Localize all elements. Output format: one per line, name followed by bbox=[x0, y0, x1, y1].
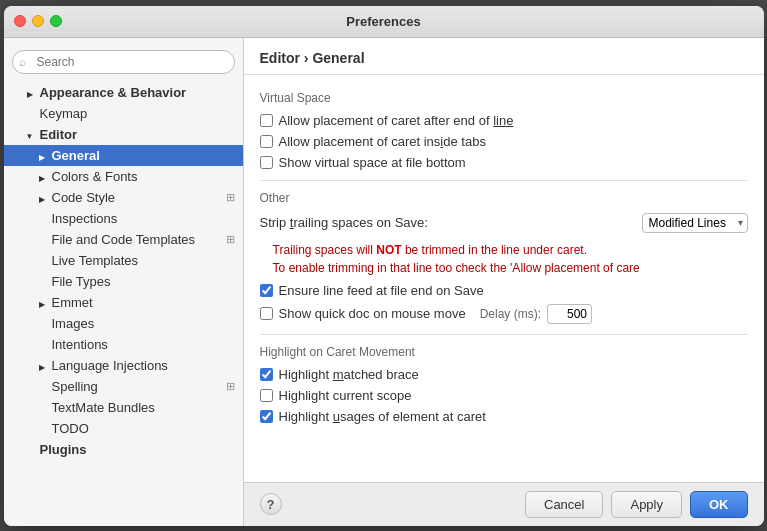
main-body: Virtual Space Allow placement of caret a… bbox=[244, 75, 764, 482]
sidebar-item-label: Inspections bbox=[52, 211, 118, 226]
checkbox-usages[interactable] bbox=[260, 410, 273, 423]
strip-label: Strip trailing spaces on Save: bbox=[260, 215, 428, 230]
arrow-right-icon bbox=[36, 191, 48, 203]
sidebar-item-label: Colors & Fonts bbox=[52, 169, 138, 184]
sidebar-item-colors-fonts[interactable]: Colors & Fonts bbox=[4, 166, 243, 187]
main-header: Editor › General bbox=[244, 38, 764, 75]
sidebar-item-label: Live Templates bbox=[52, 253, 138, 268]
sidebar-item-code-style[interactable]: Code Style ⊞ bbox=[4, 187, 243, 208]
ensure-feed-label: Ensure line feed at file end on Save bbox=[279, 283, 484, 298]
main-content: Editor › General Virtual Space Allow pla… bbox=[244, 38, 764, 526]
virtual-space-label: Virtual Space bbox=[260, 91, 748, 105]
arrow-right-icon bbox=[36, 296, 48, 308]
sidebar-item-label: General bbox=[52, 148, 100, 163]
checkbox-row-virtual-space: Show virtual space at file bottom bbox=[260, 155, 748, 170]
spacer bbox=[36, 338, 48, 350]
sidebar-item-inspections[interactable]: Inspections bbox=[4, 208, 243, 229]
checkbox-caret-end[interactable] bbox=[260, 114, 273, 127]
sidebar-item-label: File and Code Templates bbox=[52, 232, 196, 247]
spacer bbox=[36, 422, 48, 434]
sidebar-item-general[interactable]: General bbox=[4, 145, 243, 166]
page-icon: ⊞ bbox=[226, 380, 235, 393]
sidebar: ⌕ Appearance & Behavior Keymap Editor bbox=[4, 38, 244, 526]
help-icon: ? bbox=[267, 497, 275, 512]
arrow-right-icon bbox=[36, 170, 48, 182]
caret-tabs-label: Allow placement of caret inside tabs bbox=[279, 134, 486, 149]
cancel-button[interactable]: Cancel bbox=[525, 491, 603, 518]
checkbox-quick-doc[interactable] bbox=[260, 307, 273, 320]
spacer bbox=[36, 401, 48, 413]
breadcrumb: Editor › General bbox=[260, 50, 365, 66]
checkbox-virtual-space[interactable] bbox=[260, 156, 273, 169]
sidebar-item-label: Images bbox=[52, 316, 95, 331]
checkbox-row-caret-end: Allow placement of caret after end of li… bbox=[260, 113, 748, 128]
sidebar-item-intentions[interactable]: Intentions bbox=[4, 334, 243, 355]
sidebar-item-label: Emmet bbox=[52, 295, 93, 310]
checkbox-ensure-feed[interactable] bbox=[260, 284, 273, 297]
usages-label: Highlight usages of element at caret bbox=[279, 409, 486, 424]
sidebar-item-label: Language Injections bbox=[52, 358, 168, 373]
spacer bbox=[24, 443, 36, 455]
sidebar-item-label: TextMate Bundles bbox=[52, 400, 155, 415]
checkbox-row-ensure-feed: Ensure line feed at file end on Save bbox=[260, 283, 748, 298]
divider bbox=[260, 180, 748, 181]
highlight-label: Highlight on Caret Movement bbox=[260, 345, 748, 359]
spacer bbox=[36, 233, 48, 245]
sidebar-item-keymap[interactable]: Keymap bbox=[4, 103, 243, 124]
sidebar-item-label: TODO bbox=[52, 421, 89, 436]
divider-2 bbox=[260, 334, 748, 335]
spacer bbox=[36, 380, 48, 392]
help-button[interactable]: ? bbox=[260, 493, 282, 515]
strip-select-wrapper: Modified Lines None All bbox=[642, 213, 748, 233]
caret-end-label: Allow placement of caret after end of li… bbox=[279, 113, 514, 128]
sidebar-item-label: Spelling bbox=[52, 379, 98, 394]
sidebar-item-spelling[interactable]: Spelling ⊞ bbox=[4, 376, 243, 397]
window-title: Preferences bbox=[346, 14, 420, 29]
apply-button[interactable]: Apply bbox=[611, 491, 682, 518]
page-icon: ⊞ bbox=[226, 233, 235, 246]
current-scope-label: Highlight current scope bbox=[279, 388, 412, 403]
quick-doc-label: Show quick doc on mouse move bbox=[279, 306, 466, 321]
minimize-button[interactable] bbox=[32, 15, 44, 27]
arrow-right-icon bbox=[24, 86, 36, 98]
sidebar-item-label: Editor bbox=[40, 127, 78, 142]
sidebar-item-label: Keymap bbox=[40, 106, 88, 121]
titlebar: Preferences bbox=[4, 6, 764, 38]
checkbox-matched-brace[interactable] bbox=[260, 368, 273, 381]
sidebar-item-emmet[interactable]: Emmet bbox=[4, 292, 243, 313]
arrow-right-icon bbox=[36, 359, 48, 371]
footer: ? Cancel Apply OK bbox=[244, 482, 764, 526]
sidebar-item-language-injections[interactable]: Language Injections bbox=[4, 355, 243, 376]
sidebar-item-live-templates[interactable]: Live Templates bbox=[4, 250, 243, 271]
sidebar-item-plugins[interactable]: Plugins bbox=[4, 439, 243, 460]
sidebar-item-file-types[interactable]: File Types bbox=[4, 271, 243, 292]
footer-right: Cancel Apply OK bbox=[525, 491, 748, 518]
preferences-window: Preferences ⌕ Appearance & Behavior Keym… bbox=[4, 6, 764, 526]
arrow-right-icon bbox=[36, 149, 48, 161]
virtual-space-bottom-label: Show virtual space at file bottom bbox=[279, 155, 466, 170]
footer-left: ? bbox=[260, 493, 282, 515]
search-box: ⌕ bbox=[12, 50, 235, 74]
checkbox-current-scope[interactable] bbox=[260, 389, 273, 402]
traffic-lights bbox=[14, 15, 62, 27]
ok-button[interactable]: OK bbox=[690, 491, 748, 518]
strip-trailing-row: Strip trailing spaces on Save: Modified … bbox=[260, 213, 748, 233]
spacer bbox=[36, 317, 48, 329]
sidebar-item-appearance[interactable]: Appearance & Behavior bbox=[4, 82, 243, 103]
search-input[interactable] bbox=[12, 50, 235, 74]
other-section: Other Strip trailing spaces on Save: Mod… bbox=[260, 191, 748, 324]
sidebar-item-editor[interactable]: Editor bbox=[4, 124, 243, 145]
delay-input[interactable] bbox=[547, 304, 592, 324]
strip-select[interactable]: Modified Lines None All bbox=[642, 213, 748, 233]
close-button[interactable] bbox=[14, 15, 26, 27]
maximize-button[interactable] bbox=[50, 15, 62, 27]
matched-brace-label: Highlight matched brace bbox=[279, 367, 419, 382]
highlight-section: Highlight on Caret Movement Highlight ma… bbox=[260, 345, 748, 424]
checkbox-caret-tabs[interactable] bbox=[260, 135, 273, 148]
sidebar-item-textmate[interactable]: TextMate Bundles bbox=[4, 397, 243, 418]
sidebar-item-images[interactable]: Images bbox=[4, 313, 243, 334]
sidebar-item-file-code-templates[interactable]: File and Code Templates ⊞ bbox=[4, 229, 243, 250]
content-area: ⌕ Appearance & Behavior Keymap Editor bbox=[4, 38, 764, 526]
checkbox-row-usages: Highlight usages of element at caret bbox=[260, 409, 748, 424]
sidebar-item-todo[interactable]: TODO bbox=[4, 418, 243, 439]
